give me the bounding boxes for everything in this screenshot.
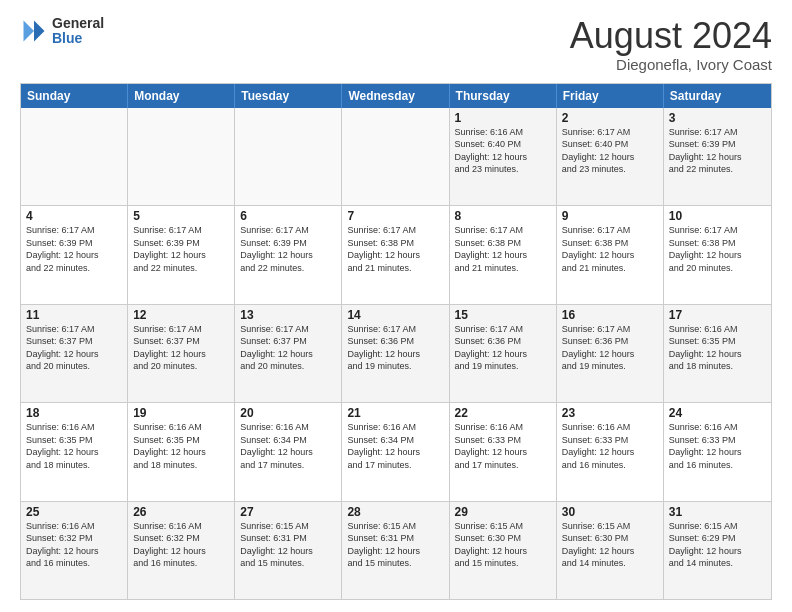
day-header-thursday: Thursday xyxy=(450,84,557,108)
day-number: 29 xyxy=(455,505,551,519)
day-cell-22: 22Sunrise: 6:16 AM Sunset: 6:33 PM Dayli… xyxy=(450,403,557,500)
day-info: Sunrise: 6:16 AM Sunset: 6:33 PM Dayligh… xyxy=(562,421,658,471)
day-number: 2 xyxy=(562,111,658,125)
day-info: Sunrise: 6:17 AM Sunset: 6:36 PM Dayligh… xyxy=(562,323,658,373)
day-number: 27 xyxy=(240,505,336,519)
calendar-row-5: 25Sunrise: 6:16 AM Sunset: 6:32 PM Dayli… xyxy=(21,501,771,599)
day-number: 23 xyxy=(562,406,658,420)
day-cell-5: 5Sunrise: 6:17 AM Sunset: 6:39 PM Daylig… xyxy=(128,206,235,303)
day-info: Sunrise: 6:16 AM Sunset: 6:40 PM Dayligh… xyxy=(455,126,551,176)
day-number: 14 xyxy=(347,308,443,322)
day-cell-12: 12Sunrise: 6:17 AM Sunset: 6:37 PM Dayli… xyxy=(128,305,235,402)
day-info: Sunrise: 6:15 AM Sunset: 6:29 PM Dayligh… xyxy=(669,520,766,570)
day-number: 12 xyxy=(133,308,229,322)
day-number: 3 xyxy=(669,111,766,125)
day-info: Sunrise: 6:17 AM Sunset: 6:38 PM Dayligh… xyxy=(669,224,766,274)
day-number: 17 xyxy=(669,308,766,322)
day-cell-23: 23Sunrise: 6:16 AM Sunset: 6:33 PM Dayli… xyxy=(557,403,664,500)
day-cell-18: 18Sunrise: 6:16 AM Sunset: 6:35 PM Dayli… xyxy=(21,403,128,500)
day-info: Sunrise: 6:15 AM Sunset: 6:30 PM Dayligh… xyxy=(455,520,551,570)
day-number: 21 xyxy=(347,406,443,420)
day-info: Sunrise: 6:16 AM Sunset: 6:35 PM Dayligh… xyxy=(26,421,122,471)
calendar-title: August 2024 xyxy=(570,16,772,56)
day-info: Sunrise: 6:17 AM Sunset: 6:38 PM Dayligh… xyxy=(562,224,658,274)
calendar-row-1: 1Sunrise: 6:16 AM Sunset: 6:40 PM Daylig… xyxy=(21,108,771,205)
day-cell-17: 17Sunrise: 6:16 AM Sunset: 6:35 PM Dayli… xyxy=(664,305,771,402)
day-info: Sunrise: 6:16 AM Sunset: 6:32 PM Dayligh… xyxy=(133,520,229,570)
day-info: Sunrise: 6:17 AM Sunset: 6:36 PM Dayligh… xyxy=(455,323,551,373)
day-cell-26: 26Sunrise: 6:16 AM Sunset: 6:32 PM Dayli… xyxy=(128,502,235,599)
title-block: August 2024 Diegonefla, Ivory Coast xyxy=(570,16,772,73)
day-number: 10 xyxy=(669,209,766,223)
day-info: Sunrise: 6:17 AM Sunset: 6:39 PM Dayligh… xyxy=(669,126,766,176)
empty-cell xyxy=(342,108,449,205)
logo-general-text: General xyxy=(52,16,104,31)
day-cell-9: 9Sunrise: 6:17 AM Sunset: 6:38 PM Daylig… xyxy=(557,206,664,303)
day-cell-14: 14Sunrise: 6:17 AM Sunset: 6:36 PM Dayli… xyxy=(342,305,449,402)
day-info: Sunrise: 6:17 AM Sunset: 6:37 PM Dayligh… xyxy=(240,323,336,373)
day-cell-10: 10Sunrise: 6:17 AM Sunset: 6:38 PM Dayli… xyxy=(664,206,771,303)
logo-blue-text: Blue xyxy=(52,31,104,46)
empty-cell xyxy=(128,108,235,205)
day-cell-19: 19Sunrise: 6:16 AM Sunset: 6:35 PM Dayli… xyxy=(128,403,235,500)
day-cell-27: 27Sunrise: 6:15 AM Sunset: 6:31 PM Dayli… xyxy=(235,502,342,599)
day-header-monday: Monday xyxy=(128,84,235,108)
svg-marker-0 xyxy=(34,21,45,42)
day-cell-4: 4Sunrise: 6:17 AM Sunset: 6:39 PM Daylig… xyxy=(21,206,128,303)
day-info: Sunrise: 6:17 AM Sunset: 6:39 PM Dayligh… xyxy=(26,224,122,274)
day-cell-6: 6Sunrise: 6:17 AM Sunset: 6:39 PM Daylig… xyxy=(235,206,342,303)
day-number: 28 xyxy=(347,505,443,519)
day-info: Sunrise: 6:17 AM Sunset: 6:36 PM Dayligh… xyxy=(347,323,443,373)
day-number: 19 xyxy=(133,406,229,420)
day-number: 25 xyxy=(26,505,122,519)
logo-text: General Blue xyxy=(52,16,104,47)
day-cell-25: 25Sunrise: 6:16 AM Sunset: 6:32 PM Dayli… xyxy=(21,502,128,599)
day-cell-2: 2Sunrise: 6:17 AM Sunset: 6:40 PM Daylig… xyxy=(557,108,664,205)
day-info: Sunrise: 6:16 AM Sunset: 6:34 PM Dayligh… xyxy=(240,421,336,471)
day-number: 9 xyxy=(562,209,658,223)
calendar-row-3: 11Sunrise: 6:17 AM Sunset: 6:37 PM Dayli… xyxy=(21,304,771,402)
calendar: SundayMondayTuesdayWednesdayThursdayFrid… xyxy=(20,83,772,600)
day-number: 16 xyxy=(562,308,658,322)
logo-icon xyxy=(20,17,48,45)
day-number: 8 xyxy=(455,209,551,223)
day-info: Sunrise: 6:16 AM Sunset: 6:33 PM Dayligh… xyxy=(455,421,551,471)
calendar-header: SundayMondayTuesdayWednesdayThursdayFrid… xyxy=(21,84,771,108)
logo: General Blue xyxy=(20,16,104,47)
day-header-wednesday: Wednesday xyxy=(342,84,449,108)
day-info: Sunrise: 6:16 AM Sunset: 6:33 PM Dayligh… xyxy=(669,421,766,471)
day-cell-24: 24Sunrise: 6:16 AM Sunset: 6:33 PM Dayli… xyxy=(664,403,771,500)
calendar-row-2: 4Sunrise: 6:17 AM Sunset: 6:39 PM Daylig… xyxy=(21,205,771,303)
empty-cell xyxy=(21,108,128,205)
day-number: 20 xyxy=(240,406,336,420)
day-cell-29: 29Sunrise: 6:15 AM Sunset: 6:30 PM Dayli… xyxy=(450,502,557,599)
header: General Blue August 2024 Diegonefla, Ivo… xyxy=(20,16,772,73)
day-number: 15 xyxy=(455,308,551,322)
day-cell-13: 13Sunrise: 6:17 AM Sunset: 6:37 PM Dayli… xyxy=(235,305,342,402)
day-number: 13 xyxy=(240,308,336,322)
day-number: 7 xyxy=(347,209,443,223)
day-info: Sunrise: 6:17 AM Sunset: 6:40 PM Dayligh… xyxy=(562,126,658,176)
day-cell-21: 21Sunrise: 6:16 AM Sunset: 6:34 PM Dayli… xyxy=(342,403,449,500)
day-info: Sunrise: 6:16 AM Sunset: 6:35 PM Dayligh… xyxy=(133,421,229,471)
day-cell-31: 31Sunrise: 6:15 AM Sunset: 6:29 PM Dayli… xyxy=(664,502,771,599)
day-info: Sunrise: 6:17 AM Sunset: 6:37 PM Dayligh… xyxy=(26,323,122,373)
calendar-location: Diegonefla, Ivory Coast xyxy=(570,56,772,73)
day-cell-1: 1Sunrise: 6:16 AM Sunset: 6:40 PM Daylig… xyxy=(450,108,557,205)
day-number: 24 xyxy=(669,406,766,420)
day-info: Sunrise: 6:16 AM Sunset: 6:32 PM Dayligh… xyxy=(26,520,122,570)
day-info: Sunrise: 6:17 AM Sunset: 6:39 PM Dayligh… xyxy=(240,224,336,274)
day-cell-7: 7Sunrise: 6:17 AM Sunset: 6:38 PM Daylig… xyxy=(342,206,449,303)
day-info: Sunrise: 6:17 AM Sunset: 6:38 PM Dayligh… xyxy=(347,224,443,274)
day-number: 6 xyxy=(240,209,336,223)
day-info: Sunrise: 6:15 AM Sunset: 6:31 PM Dayligh… xyxy=(240,520,336,570)
day-cell-3: 3Sunrise: 6:17 AM Sunset: 6:39 PM Daylig… xyxy=(664,108,771,205)
day-header-friday: Friday xyxy=(557,84,664,108)
day-header-tuesday: Tuesday xyxy=(235,84,342,108)
day-number: 11 xyxy=(26,308,122,322)
svg-marker-1 xyxy=(24,21,35,42)
day-number: 18 xyxy=(26,406,122,420)
day-number: 31 xyxy=(669,505,766,519)
day-header-saturday: Saturday xyxy=(664,84,771,108)
day-cell-20: 20Sunrise: 6:16 AM Sunset: 6:34 PM Dayli… xyxy=(235,403,342,500)
